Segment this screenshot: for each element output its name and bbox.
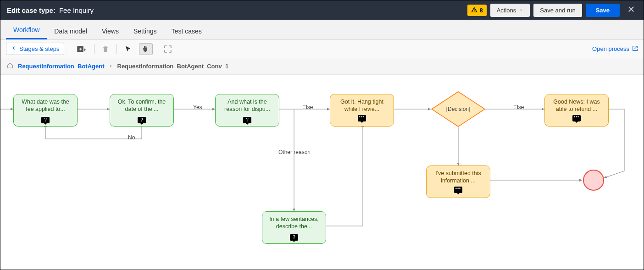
question-bubble-icon: ? xyxy=(243,115,251,123)
open-process-link[interactable]: Open process xyxy=(592,45,638,53)
question-bubble-icon: ? xyxy=(290,232,298,241)
breadcrumb-link[interactable]: RequestInformation_BotAgent xyxy=(18,63,105,70)
node-label: Got it. Hang tight while I revie... xyxy=(334,98,390,113)
decision-label: [Decision] xyxy=(446,106,471,112)
flow-node-hang-tight[interactable]: Got it. Hang tight while I revie... xyxy=(330,94,394,127)
home-icon[interactable] xyxy=(7,62,13,70)
node-label: I've submitted this information ... xyxy=(430,170,486,185)
stages-steps-label: Stages & steps xyxy=(19,45,59,52)
breadcrumb-current: RequestInformation_BotAgent_Conv_1 xyxy=(117,63,229,70)
edge-label-no: No xyxy=(128,134,135,141)
separator xyxy=(94,44,94,54)
tabs-bar: Workflow Data model Views Settings Test … xyxy=(0,20,644,40)
node-label: What date was the fee applied to... xyxy=(17,98,73,113)
actions-button[interactable]: Actions xyxy=(490,4,530,17)
tab-settings[interactable]: Settings xyxy=(126,22,164,39)
flow-node-reason[interactable]: And what is the reason for dispu... ? xyxy=(215,94,279,127)
pointer-icon[interactable] xyxy=(122,44,134,55)
separator xyxy=(117,44,117,54)
node-label: And what is the reason for dispu... xyxy=(219,98,275,113)
save-and-run-button[interactable]: Save and run xyxy=(533,4,582,17)
open-process-label: Open process xyxy=(592,45,629,52)
flow-node-submitted[interactable]: I've submitted this information ... xyxy=(426,165,490,198)
header-left: Edit case type: Fee Inquiry xyxy=(7,6,94,14)
header-title: Fee Inquiry xyxy=(59,6,94,14)
flow-node-describe[interactable]: In a few sentances, describe the... ? xyxy=(262,211,326,244)
fit-screen-icon[interactable] xyxy=(161,43,175,55)
hand-pan-icon[interactable] xyxy=(139,43,153,55)
edge-label-else-1: Else xyxy=(302,104,313,110)
message-bubble-icon xyxy=(358,115,366,123)
close-icon[interactable] xyxy=(623,5,637,16)
trash-icon[interactable] xyxy=(99,44,112,55)
workflow-canvas[interactable]: What date was the fee applied to... ? Ok… xyxy=(0,75,644,270)
edge-label-other-reason: Other reason xyxy=(278,149,311,155)
breadcrumb: RequestInformation_BotAgent RequestInfor… xyxy=(0,58,644,75)
toolbar-left: Stages & steps xyxy=(6,43,175,55)
add-icon[interactable] xyxy=(74,43,89,55)
message-bubble-icon xyxy=(454,187,462,195)
tab-workflow[interactable]: Workflow xyxy=(6,21,47,39)
edge-label-else-2: Else xyxy=(513,104,524,110)
actions-label: Actions xyxy=(497,7,516,14)
header-label: Edit case type: xyxy=(7,6,56,14)
flow-node-confirm-date[interactable]: Ok. To confirm, the date of the ... ? xyxy=(110,94,174,127)
warning-icon xyxy=(471,6,477,14)
flow-node-good-news[interactable]: Good News: I was able to refund ... xyxy=(544,94,609,127)
external-link-icon xyxy=(632,45,638,53)
breadcrumb-separator xyxy=(109,63,113,70)
question-bubble-icon: ? xyxy=(138,115,146,123)
separator xyxy=(69,44,69,54)
stages-steps-button[interactable]: Stages & steps xyxy=(6,43,64,55)
node-label: Ok. To confirm, the date of the ... xyxy=(114,98,170,113)
message-bubble-icon xyxy=(572,115,581,123)
arrow-left-icon xyxy=(11,45,17,52)
flow-decision[interactable]: [Decision] xyxy=(431,91,486,127)
header-actions: 8 Actions Save and run Save xyxy=(467,4,637,17)
flow-node-question-date[interactable]: What date was the fee applied to... ? xyxy=(13,94,78,127)
node-label: Good News: I was able to refund ... xyxy=(549,98,605,113)
tab-data-model[interactable]: Data model xyxy=(47,22,94,39)
warning-count: 8 xyxy=(479,7,483,14)
tab-test-cases[interactable]: Test cases xyxy=(164,22,209,39)
question-bubble-icon: ? xyxy=(41,115,50,123)
chevron-down-icon xyxy=(519,7,523,14)
edge-label-yes: Yes xyxy=(193,104,202,110)
flow-end[interactable] xyxy=(583,170,604,191)
warning-badge[interactable]: 8 xyxy=(467,5,486,16)
app-window: Edit case type: Fee Inquiry 8 Actions Sa… xyxy=(0,0,644,270)
node-label: In a few sentances, describe the... xyxy=(266,215,322,231)
header-bar: Edit case type: Fee Inquiry 8 Actions Sa… xyxy=(0,0,644,20)
toolbar: Stages & steps Open process xyxy=(0,40,644,58)
save-button[interactable]: Save xyxy=(586,4,620,17)
tab-views[interactable]: Views xyxy=(94,22,126,39)
